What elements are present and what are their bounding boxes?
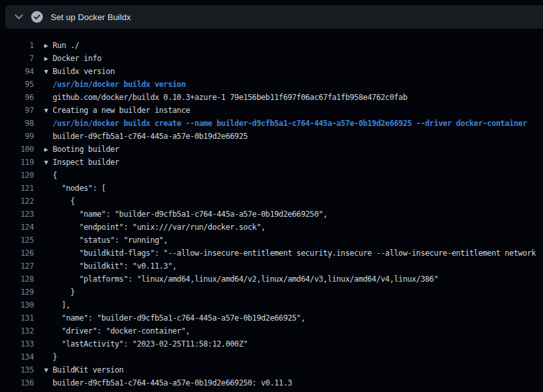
log-line: 126 "buildkitd-flags": "--allow-insecure… [0,247,543,260]
line-text: { [44,169,57,182]
line-number[interactable]: 119 [0,156,34,169]
line-number[interactable]: 95 [0,78,34,91]
line-text[interactable]: ▼Inspect builder [44,156,119,169]
group-expanded-icon: ▼ [44,364,53,377]
line-number[interactable]: 123 [0,208,34,221]
line-number[interactable]: 132 [0,325,34,337]
group-collapsed-icon: ▶ [44,143,53,156]
line-number[interactable]: 122 [0,195,34,208]
log-group-line: 94 ▼Buildx version [0,65,543,78]
group-expanded-icon: ▼ [44,66,53,79]
log-line: 132 "driver": "docker-container", [0,325,543,337]
line-text: "buildkitd-flags": "--allow-insecure-ent… [44,247,536,260]
line-number[interactable]: 124 [0,221,34,234]
line-text: "platforms": "linux/amd64,linux/amd64/v2… [44,273,438,286]
log-line: 122 { [0,195,543,208]
log-line: 127 "buildkit": "v0.11.3", [0,260,543,273]
log-line: 134 } [0,350,543,363]
line-number[interactable]: 128 [0,273,34,286]
line-text: "lastActivity": "2023-02-25T11:58:12.000… [44,337,247,350]
log-line: 130 ], [0,299,543,312]
line-text: "buildkit": "v0.11.3", [44,260,177,273]
line-number[interactable]: 121 [0,182,34,195]
group-expanded-icon: ▼ [44,156,53,169]
log-group-line: 1 ▶Run ./ [0,39,543,52]
log-line: 95 /usr/bin/docker buildx version [0,78,543,91]
log-line: 128 "platforms": "linux/amd64,linux/amd6… [0,273,543,286]
log-line: 133 "lastActivity": "2023-02-25T11:58:12… [0,337,543,350]
group-collapsed-icon: ▶ [44,53,53,66]
line-text: "endpoint": "unix:///var/run/docker.sock… [44,221,266,234]
line-text: builder-d9cfb5a1-c764-445a-a57e-0b19d2e6… [44,130,247,143]
log-line: 125 "status": "running", [0,234,543,247]
log-line: 129 } [0,286,543,299]
line-number[interactable]: 134 [0,350,34,363]
line-number[interactable]: 1 [0,39,34,52]
line-text: builder-d9cfb5a1-c764-445a-a57e-0b19d2e6… [44,376,292,389]
log-line: 124 "endpoint": "unix:///var/run/docker.… [0,221,543,234]
log-line: 131 "name": "builder-d9cfb5a1-c764-445a-… [0,312,543,325]
line-number[interactable]: 97 [0,104,34,117]
check-circle-icon [31,11,43,23]
step-title: Set up Docker Buildx [51,12,131,22]
line-number[interactable]: 125 [0,234,34,247]
line-text[interactable]: ▶Run ./ [44,39,79,52]
log-group-line: 119 ▼Inspect builder [0,156,543,169]
chevron-down-icon[interactable] [14,12,23,21]
log-line: 121 "nodes": [ [0,182,543,195]
line-number[interactable]: 126 [0,247,34,260]
line-text[interactable]: ▼BuildKit version [44,363,123,376]
log-group-line: 97 ▼Creating a new builder instance [0,104,543,117]
log-line: 99 builder-d9cfb5a1-c764-445a-a57e-0b19d… [0,130,543,143]
group-collapsed-icon: ▶ [44,40,53,53]
log-line: 96 github.com/docker/buildx 0.10.3+azure… [0,91,543,104]
line-text: } [44,350,57,363]
line-number[interactable]: 136 [0,376,34,389]
line-number[interactable]: 7 [0,52,34,65]
line-number[interactable]: 96 [0,91,34,104]
line-number[interactable]: 99 [0,130,34,143]
line-text: "name": "builder-d9cfb5a1-c764-445a-a57e… [44,312,305,325]
line-number[interactable]: 135 [0,363,34,376]
line-text[interactable]: ▶Docker info [44,52,101,65]
line-text[interactable]: ▼Buildx version [44,65,115,78]
log-group-line: 100 ▶Booting builder [0,143,543,156]
line-number[interactable]: 98 [0,117,34,130]
step-header[interactable]: Set up Docker Buildx [5,5,543,29]
line-number[interactable]: 120 [0,169,34,182]
log-group-line: 7 ▶Docker info [0,52,543,65]
line-number[interactable]: 131 [0,312,34,325]
line-text: "driver": "docker-container", [44,325,190,337]
line-text: "status": "running", [44,234,168,247]
line-number[interactable]: 127 [0,260,34,273]
line-text: "name": "builder-d9cfb5a1-c764-445a-a57e… [44,208,327,221]
line-number[interactable]: 94 [0,65,34,78]
log-line: 123 "name": "builder-d9cfb5a1-c764-445a-… [0,208,543,221]
group-expanded-icon: ▼ [44,104,53,117]
line-text: /usr/bin/docker buildx version [44,78,186,91]
log-area: 1 ▶Run ./ 7 ▶Docker info 94 ▼Buildx vers… [0,29,543,392]
line-text[interactable]: ▼Creating a new builder instance [44,104,190,117]
line-text[interactable]: ▶Booting builder [44,143,119,156]
line-text: github.com/docker/buildx 0.10.3+azure-1 … [44,91,407,104]
line-text: "nodes": [ [44,182,106,195]
line-text: ], [44,299,70,312]
line-text: { [44,195,75,208]
line-number[interactable]: 133 [0,337,34,350]
line-text: } [44,286,75,299]
log-line: 98 /usr/bin/docker buildx create --name … [0,117,543,130]
log-line: 136 builder-d9cfb5a1-c764-445a-a57e-0b19… [0,376,543,389]
log-line: 120 { [0,169,543,182]
line-number[interactable]: 100 [0,143,34,156]
line-number[interactable]: 130 [0,299,34,312]
line-number[interactable]: 129 [0,286,34,299]
line-text: /usr/bin/docker buildx create --name bui… [44,117,527,130]
log-group-line: 135 ▼BuildKit version [0,363,543,376]
